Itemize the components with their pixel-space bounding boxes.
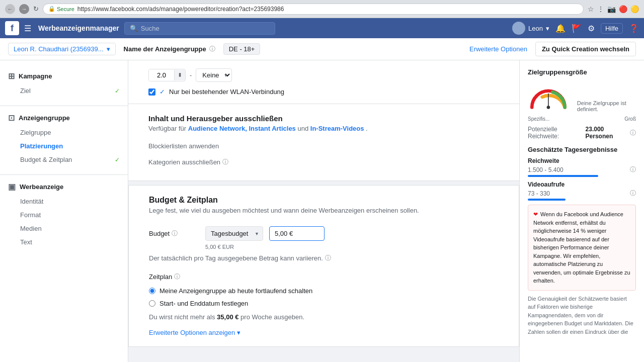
gray-note: Die Genauigkeit der Schätzwerte basiert … bbox=[528, 295, 636, 336]
budget-amount-input[interactable] bbox=[269, 226, 325, 241]
hilfe-button[interactable]: Hilfe bbox=[601, 23, 623, 34]
user-menu[interactable]: Leon ▾ bbox=[512, 22, 549, 35]
medien-label: Medien bbox=[20, 225, 42, 232]
blockierlisten-row[interactable]: Blockierlisten anwenden bbox=[148, 138, 499, 154]
ext-icon1[interactable]: 📷 bbox=[607, 5, 616, 13]
sidebar-item-medien[interactable]: Medien bbox=[0, 222, 128, 235]
search-icon: 🔍 bbox=[130, 25, 138, 32]
erweiterte-optionen-row: Erweiterte Optionen anzeigen ▾ bbox=[149, 329, 499, 336]
sidebar-item-identitaet[interactable]: Identität bbox=[0, 195, 128, 208]
sidebar-item-budget-zeitplan[interactable]: Budget & Zeitplan ✓ bbox=[0, 153, 128, 166]
menu-icon[interactable]: ⋮ bbox=[597, 5, 604, 13]
budget-eur-note: 5,00 € EUR bbox=[205, 244, 499, 250]
url-text: https://www.facebook.com/ads/manage/powe… bbox=[77, 6, 284, 13]
app-header: f ☰ Werbeanzeigenmanager 🔍 Leon ▾ 🔔 🚩 ⚙ … bbox=[0, 18, 644, 38]
user-avatar bbox=[512, 22, 525, 35]
exclusion-title: Inhalt und Herausgeber ausschließen bbox=[148, 114, 499, 123]
facebook-logo: f bbox=[5, 21, 19, 35]
sidebar-item-zielgruppe[interactable]: Zielgruppe bbox=[0, 126, 128, 139]
secure-badge: 🔒 Secure bbox=[48, 6, 74, 12]
reichweite-bar bbox=[528, 175, 598, 177]
gauge-axis-labels: Spezifis... Groß bbox=[528, 116, 636, 122]
budget-section: Budget & Zeitplan Lege fest, wie viel du… bbox=[128, 185, 519, 347]
identitaet-label: Identität bbox=[20, 198, 43, 205]
spin-up-down[interactable]: ⬍ bbox=[174, 70, 185, 80]
in-stream-link[interactable]: In-Stream-Videos bbox=[310, 125, 364, 132]
svg-point-1 bbox=[547, 106, 550, 109]
main-layout: ⊞ Kampagne Ziel ✓ ⊡ Anzeigengruppe Zielg… bbox=[0, 60, 644, 362]
check-icon: ✓ bbox=[115, 87, 120, 95]
refresh-button[interactable]: ↻ bbox=[33, 5, 39, 13]
radio-row-1: Meine Anzeigengruppe ab heute fortlaufen… bbox=[149, 287, 499, 295]
locale-badge: DE - 18+ bbox=[223, 43, 261, 55]
zeitplan-radio-2[interactable] bbox=[149, 300, 155, 307]
format-label: Format bbox=[20, 211, 41, 219]
reichweite-info-icon[interactable]: ⓘ bbox=[630, 165, 636, 174]
ziel-label: Ziel bbox=[20, 87, 31, 95]
min-age-spinner[interactable]: ⬍ bbox=[148, 69, 186, 81]
text-label: Text bbox=[20, 238, 32, 246]
werbeanzeige-header: ▣ Werbeanzeige bbox=[0, 179, 128, 195]
account-name: Leon R. Chaudhari (2356939... bbox=[14, 45, 104, 53]
info-icon[interactable]: ⓘ bbox=[209, 45, 215, 53]
videoaufrufe-bar bbox=[528, 199, 566, 201]
search-input[interactable] bbox=[141, 25, 270, 32]
browser-actions: ☆ ⋮ 📷 🔴 🟡 bbox=[588, 5, 639, 13]
star-icon[interactable]: ☆ bbox=[588, 5, 594, 13]
account-selector[interactable]: Leon R. Chaudhari (2356939... ▾ bbox=[8, 43, 116, 55]
potenzielle-info-icon[interactable]: ⓘ bbox=[630, 129, 636, 137]
zeitplan-info-icon[interactable]: ⓘ bbox=[174, 273, 180, 281]
erweiterte-optionen-anzeigen-link[interactable]: Erweiterte Optionen anzeigen ▾ bbox=[149, 329, 240, 336]
sidebar-item-platzierungen[interactable]: Platzierungen bbox=[0, 139, 128, 153]
gauge-chart bbox=[528, 82, 569, 112]
budget-type-select[interactable]: Tagesbudget bbox=[205, 226, 263, 241]
budget-info-icon[interactable]: ⓘ bbox=[172, 229, 178, 238]
kategorien-info-icon[interactable]: ⓘ bbox=[222, 158, 228, 166]
platzierungen-label: Platzierungen bbox=[20, 142, 63, 150]
browser-bar: ← → ↻ 🔒 Secure https://www.facebook.com/… bbox=[0, 0, 644, 18]
wlan-label: Nur bei bestehender WLAN-Verbindung bbox=[169, 88, 284, 96]
kampagne-section: ⊞ Kampagne Ziel ✓ bbox=[0, 68, 128, 98]
chevron-down-icon: ▾ bbox=[546, 25, 549, 32]
max-select-wrapper: Keine bbox=[196, 68, 232, 82]
kategorien-row[interactable]: Kategorien ausschließen ⓘ bbox=[148, 154, 499, 170]
anzeigengruppe-section: ⊡ Anzeigengruppe Zielgruppe Platzierunge… bbox=[0, 110, 128, 166]
sidebar-divider-1 bbox=[0, 106, 128, 106]
back-button[interactable]: ← bbox=[5, 4, 15, 14]
hamburger-menu[interactable]: ☰ bbox=[24, 24, 31, 33]
exclusion-desc: Verfügbar für Audience Network, Instant … bbox=[148, 125, 499, 132]
kampagne-header: ⊞ Kampagne bbox=[0, 68, 128, 84]
notifications-icon[interactable]: 🔔 bbox=[555, 24, 566, 33]
kampagne-title: Kampagne bbox=[19, 72, 52, 80]
wlan-checkbox[interactable] bbox=[148, 88, 155, 96]
sidebar-item-ziel[interactable]: Ziel ✓ bbox=[0, 84, 128, 98]
flag-icon[interactable]: 🚩 bbox=[572, 24, 582, 33]
budget-row: Budget ⓘ Tagesbudget bbox=[149, 226, 499, 241]
chevron-down-icon: ▾ bbox=[237, 329, 240, 336]
min-value-input[interactable] bbox=[149, 69, 174, 81]
address-bar[interactable]: 🔒 Secure https://www.facebook.com/ads/ma… bbox=[43, 4, 584, 15]
audience-network-link[interactable]: Audience Network, Instant Articles bbox=[188, 125, 296, 132]
checkmark-icon: ✓ bbox=[159, 88, 165, 96]
vary-info-icon[interactable]: ⓘ bbox=[325, 254, 331, 262]
sidebar-item-format[interactable]: Format bbox=[0, 208, 128, 222]
anzeigengruppe-header: ⊡ Anzeigengruppe bbox=[0, 110, 128, 126]
videoaufrufe-stat: Videoaufrufe 73 - 330 ⓘ bbox=[528, 181, 636, 201]
zeitplan-radio-1[interactable] bbox=[149, 288, 155, 294]
ext-icon2[interactable]: 🔴 bbox=[619, 5, 627, 13]
quick-creation-button[interactable]: Zu Quick Creation wechseln bbox=[535, 42, 636, 56]
budget-type-wrapper: Tagesbudget bbox=[205, 226, 263, 241]
ext-icon3[interactable]: 🟡 bbox=[630, 5, 639, 13]
forward-button[interactable]: → bbox=[19, 4, 29, 14]
help-icon[interactable]: ❓ bbox=[629, 24, 639, 33]
warning-icon: ❤ bbox=[533, 211, 538, 217]
anzeigengruppe-title: Anzeigengruppe bbox=[19, 114, 70, 122]
settings-icon[interactable]: ⚙ bbox=[588, 24, 595, 33]
videoaufrufe-info-icon[interactable]: ⓘ bbox=[630, 189, 636, 198]
max-select[interactable]: Keine bbox=[196, 68, 232, 82]
sidebar-item-text[interactable]: Text bbox=[0, 235, 128, 249]
videoaufrufe-label: Videoaufrufe bbox=[528, 181, 636, 188]
erweiterte-optionen-link[interactable]: Erweiterte Optionen bbox=[469, 45, 527, 53]
search-bar[interactable]: 🔍 bbox=[124, 22, 275, 35]
range-row: ⬍ - Keine bbox=[148, 68, 499, 82]
